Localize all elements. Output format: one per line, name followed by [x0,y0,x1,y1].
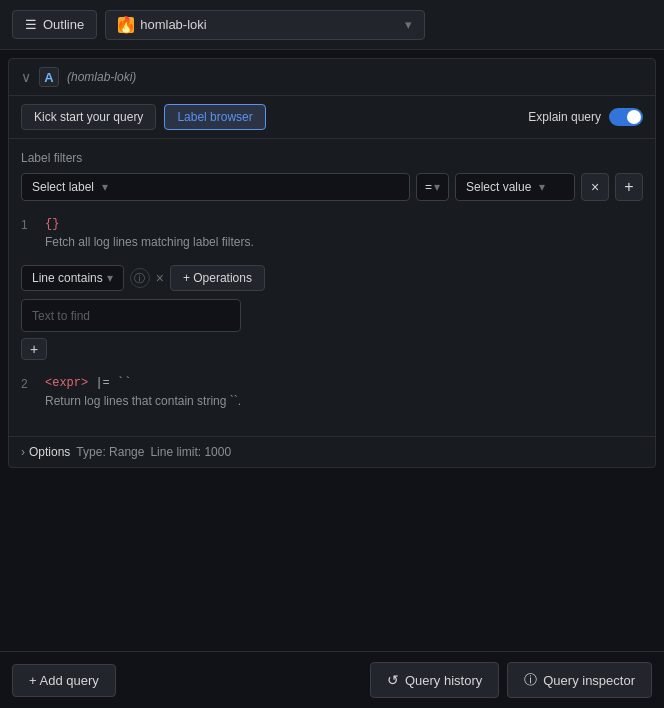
kick-start-button[interactable]: Kick start your query [21,104,156,130]
line2-number: 2 [21,376,37,391]
code-hint-line1: 1 {} Fetch all log lines matching label … [21,213,643,253]
line2-pipe: |= [95,376,109,390]
query-history-label: Query history [405,673,482,688]
query-header: ∨ A (homlab-loki) [9,59,655,96]
line-filter-chevron-icon: ▾ [107,271,113,285]
options-row: › Options Type: Range Line limit: 1000 [9,436,655,467]
query-inspector-label: Query inspector [543,673,635,688]
datasource-dropdown[interactable]: 🔥 homlab-loki ▾ [105,10,425,40]
select-value-dropdown[interactable]: Select value ▾ [455,173,575,201]
select-label-chevron-icon: ▾ [102,180,108,194]
line1-code: {} [45,217,59,231]
line2-expr: <expr> [45,376,88,390]
bottom-toolbar: + Add query ↺ Query history ⓘ Query insp… [0,651,664,708]
operations-button[interactable]: + Operations [170,265,265,291]
add-text-filter-button[interactable]: + [21,338,47,360]
line2-backtick: `` [117,376,131,390]
outline-icon: ☰ [25,17,37,32]
line-filter-type-label: Line contains [32,271,103,285]
text-to-find-container [21,299,241,332]
outline-label: Outline [43,17,84,32]
builder-toolbar: Kick start your query Label browser Expl… [9,96,655,139]
info-icon: ⓘ [134,271,145,286]
builder-content: Label filters Select label ▾ = ▾ Select … [9,139,655,436]
add-filter-button[interactable]: + [615,173,643,201]
line1-number: 1 [21,217,37,232]
remove-filter-button[interactable]: × [581,173,609,201]
close-icon: × [156,270,164,286]
explain-query-toggle[interactable] [609,108,643,126]
top-bar: ☰ Outline 🔥 homlab-loki ▾ [0,0,664,50]
operator-dropdown[interactable]: = ▾ [416,173,449,201]
line-filter-type-dropdown[interactable]: Line contains ▾ [21,265,124,291]
query-section: ∨ A (homlab-loki) Kick start your query … [8,58,656,468]
select-value-placeholder: Select value [466,180,531,194]
outline-button[interactable]: ☰ Outline [12,10,97,39]
add-query-button[interactable]: + Add query [12,664,116,697]
operations-label: + Operations [183,271,252,285]
options-label: Options [29,445,70,459]
plus-icon: + [30,341,38,357]
operator-value: = [425,180,432,194]
datasource-name: homlab-loki [140,17,206,32]
loki-icon: 🔥 [118,17,134,33]
add-query-label: + Add query [29,673,99,688]
chevron-down-icon: ▾ [405,17,412,32]
bottom-btn-group: ↺ Query history ⓘ Query inspector [370,662,652,698]
query-history-button[interactable]: ↺ Query history [370,662,499,698]
explain-toggle-group: Explain query [528,108,643,126]
text-to-find-input[interactable] [32,309,230,323]
options-toggle-button[interactable]: › Options [21,445,70,459]
label-filters-section: Label filters Select label ▾ = ▾ Select … [21,151,643,201]
line2-description: Return log lines that contain string ``. [45,394,241,408]
select-label-dropdown[interactable]: Select label ▾ [21,173,410,201]
close-icon: × [591,179,599,195]
select-value-chevron-icon: ▾ [539,180,545,194]
query-datasource-context: (homlab-loki) [67,70,136,84]
info-circle-icon: ⓘ [524,671,537,689]
line-filter-header: Line contains ▾ ⓘ × + Operations [21,265,643,291]
chevron-right-icon: › [21,445,25,459]
select-label-placeholder: Select label [32,180,94,194]
line1-description: Fetch all log lines matching label filte… [45,235,254,249]
label-browser-button[interactable]: Label browser [164,104,265,130]
label-filter-row: Select label ▾ = ▾ Select value ▾ × + [21,173,643,201]
query-label: A [39,67,59,87]
plus-icon: + [624,178,633,196]
line-filter-close-button[interactable]: × [156,270,164,286]
operator-chevron-icon: ▾ [434,180,440,194]
explain-query-label: Explain query [528,110,601,124]
history-icon: ↺ [387,672,399,688]
code-hint-line2: 2 <expr> |= `` Return log lines that con… [21,372,643,412]
line-filter-section: Line contains ▾ ⓘ × + Operations + [21,265,643,360]
query-collapse-button[interactable]: ∨ [21,69,31,85]
line-filter-info-button[interactable]: ⓘ [130,268,150,288]
options-line-limit: Line limit: 1000 [150,445,231,459]
label-filters-heading: Label filters [21,151,643,165]
query-inspector-button[interactable]: ⓘ Query inspector [507,662,652,698]
options-type: Type: Range [76,445,144,459]
